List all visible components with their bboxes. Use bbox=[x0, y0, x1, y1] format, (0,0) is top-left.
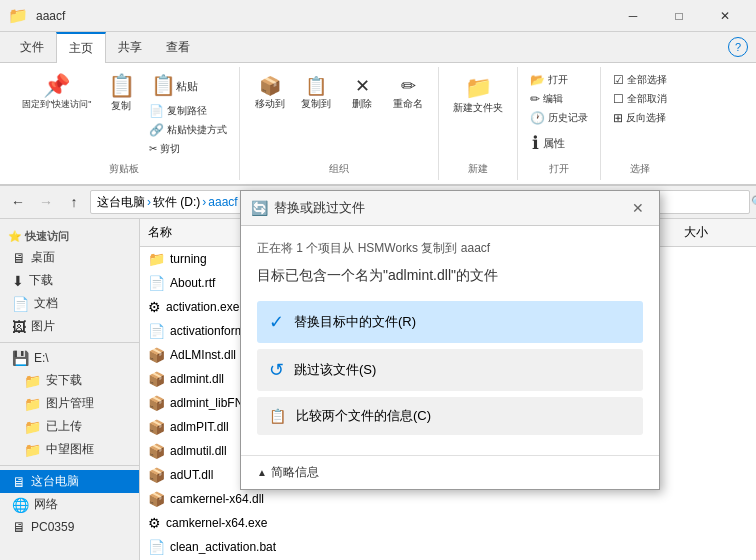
edit-button[interactable]: ✏ 编辑 bbox=[526, 90, 592, 108]
ribbon-group-open: 📂 打开 ✏ 编辑 🕐 历史记录 ℹ 属性 打开 bbox=[518, 67, 601, 180]
cut-button[interactable]: ✂ 剪切 bbox=[145, 140, 231, 158]
file-icon: 📦 bbox=[148, 443, 165, 459]
table-row[interactable]: ⚙ camkernel-x64.exe bbox=[140, 511, 756, 535]
footer-btn-label: 简略信息 bbox=[271, 464, 319, 481]
file-name: adUT.dll bbox=[170, 468, 213, 482]
pc-icon: 🖥 bbox=[12, 519, 26, 535]
table-row[interactable]: 📄 clean_activation.bat bbox=[140, 535, 756, 559]
up-button[interactable]: ↑ bbox=[62, 190, 86, 214]
forward-button[interactable]: → bbox=[34, 190, 58, 214]
history-icon: 🕐 bbox=[530, 111, 545, 125]
window-title: aaacf bbox=[36, 9, 65, 23]
rename-button[interactable]: ✏ 重命名 bbox=[386, 71, 430, 115]
uploaded-label: 已上传 bbox=[46, 418, 82, 435]
search-icon: 🔍 bbox=[751, 195, 756, 209]
invert-select-button[interactable]: ⊞ 反向选择 bbox=[609, 109, 671, 127]
sidebar-item-zhongwang[interactable]: 📁 中望图框 bbox=[0, 438, 139, 461]
copy-to-button[interactable]: 📋 复制到 bbox=[294, 71, 338, 115]
maximize-button[interactable]: □ bbox=[656, 0, 702, 32]
minimize-button[interactable]: ─ bbox=[610, 0, 656, 32]
tab-home[interactable]: 主页 bbox=[56, 32, 106, 63]
sidebar-item-pic-mgmt[interactable]: 📁 图片管理 bbox=[0, 392, 139, 415]
file-name-cell: ⚙ camkernel-x64.exe bbox=[140, 513, 446, 533]
pin-button[interactable]: 📌 固定到"快速访问" bbox=[16, 71, 97, 114]
col-size[interactable]: 大小 bbox=[676, 222, 756, 243]
paste-button[interactable]: 📋 粘贴 bbox=[145, 71, 231, 101]
desktop-label: 桌面 bbox=[31, 249, 55, 266]
copy-path-button[interactable]: 📄 复制路径 bbox=[145, 102, 231, 120]
select-label: 选择 bbox=[630, 158, 650, 176]
help-button[interactable]: ? bbox=[728, 37, 748, 57]
file-size-cell bbox=[676, 513, 756, 533]
open-icon: 📂 bbox=[530, 73, 545, 87]
pin-label: 固定到"快速访问" bbox=[22, 99, 91, 110]
properties-icon: ℹ bbox=[532, 132, 539, 154]
sidebar-item-desktop[interactable]: 🖥 桌面 bbox=[0, 246, 139, 269]
file-date-cell bbox=[446, 489, 576, 509]
select-all-button[interactable]: ☑ 全部选择 bbox=[609, 71, 671, 89]
file-icon: 📦 bbox=[148, 467, 165, 483]
copy-button[interactable]: 📋 复制 bbox=[99, 71, 143, 117]
open-button[interactable]: 📂 打开 bbox=[526, 71, 592, 89]
e-drive-label: E:\ bbox=[34, 351, 49, 365]
file-icon: ⚙ bbox=[148, 299, 161, 315]
sidebar-item-e-drive[interactable]: 💾 E:\ bbox=[0, 347, 139, 369]
file-icon: ⚙ bbox=[148, 515, 161, 531]
dialog-close-button[interactable]: ✕ bbox=[627, 197, 649, 219]
tab-share[interactable]: 共享 bbox=[106, 32, 154, 62]
select-none-icon: ☐ bbox=[613, 92, 624, 106]
paste-shortcut-button[interactable]: 🔗 粘贴快捷方式 bbox=[145, 121, 231, 139]
sidebar-item-downloads[interactable]: ⬇ 下载 bbox=[0, 269, 139, 292]
tab-file[interactable]: 文件 bbox=[8, 32, 56, 62]
file-size-cell bbox=[676, 537, 756, 557]
tab-view[interactable]: 查看 bbox=[154, 32, 202, 62]
replace-dialog[interactable]: 🔄 替换或跳过文件 ✕ 正在将 1 个项目从 HSMWorks 复制到 aaac… bbox=[240, 190, 660, 490]
path-sep-1: › bbox=[202, 195, 206, 209]
ribbon-content: 📌 固定到"快速访问" 📋 复制 📋 粘贴 📄 复制路径 🔗 粘贴快捷方式 bbox=[0, 63, 756, 186]
skip-option[interactable]: ↺ 跳过该文件(S) bbox=[257, 349, 643, 391]
history-button[interactable]: 🕐 历史记录 bbox=[526, 109, 592, 127]
documents-label: 文档 bbox=[34, 295, 58, 312]
path-segment-2: aaacf bbox=[208, 195, 237, 209]
paste-shortcut-icon: 🔗 bbox=[149, 123, 164, 137]
replace-label: 替换目标中的文件(R) bbox=[294, 313, 416, 331]
folder-icon: 📁 bbox=[8, 6, 28, 25]
file-type-cell bbox=[576, 489, 676, 509]
zhongwang-label: 中望图框 bbox=[46, 441, 94, 458]
sidebar-item-an-downloads[interactable]: 📁 安下载 bbox=[0, 369, 139, 392]
path-sep-0: › bbox=[147, 195, 151, 209]
title-bar: 📁 aaacf ─ □ ✕ bbox=[0, 0, 756, 32]
sidebar-item-network[interactable]: 🌐 网络 bbox=[0, 493, 139, 516]
sidebar-item-pictures[interactable]: 🖼 图片 bbox=[0, 315, 139, 338]
select-none-button[interactable]: ☐ 全部取消 bbox=[609, 90, 671, 108]
sidebar-item-uploaded[interactable]: 📁 已上传 bbox=[0, 415, 139, 438]
delete-button[interactable]: ✕ 删除 bbox=[340, 71, 384, 115]
close-button[interactable]: ✕ bbox=[702, 0, 748, 32]
sidebar-item-documents[interactable]: 📄 文档 bbox=[0, 292, 139, 315]
compare-option[interactable]: 📋 比较两个文件的信息(C) bbox=[257, 397, 643, 435]
file-size-cell bbox=[676, 465, 756, 485]
sidebar-divider-2 bbox=[0, 465, 139, 466]
drive-icon: 💾 bbox=[12, 350, 29, 366]
open-col: 📂 打开 ✏ 编辑 🕐 历史记录 ℹ 属性 bbox=[526, 71, 592, 158]
new-folder-button[interactable]: 📁 新建文件夹 bbox=[447, 71, 509, 119]
properties-button[interactable]: ℹ 属性 bbox=[526, 128, 592, 158]
sidebar-item-this-pc[interactable]: 🖥 这台电脑 bbox=[0, 470, 139, 493]
details-toggle-button[interactable]: ▲ 简略信息 bbox=[257, 464, 319, 481]
file-icon: 📁 bbox=[148, 251, 165, 267]
move-to-button[interactable]: 📦 移动到 bbox=[248, 71, 292, 115]
clipboard-buttons: 📌 固定到"快速访问" 📋 复制 📋 粘贴 📄 复制路径 🔗 粘贴快捷方式 bbox=[16, 71, 231, 158]
folder-icon-2: 📁 bbox=[24, 396, 41, 412]
table-row[interactable]: 📦 camkernel-x64.dll bbox=[140, 487, 756, 511]
cut-label: ✂ 剪切 bbox=[149, 142, 180, 156]
file-type-cell bbox=[576, 513, 676, 533]
replace-option[interactable]: ✓ 替换目标中的文件(R) bbox=[257, 301, 643, 343]
new-label: 新建 bbox=[468, 158, 488, 176]
downloads-label: 下载 bbox=[29, 272, 53, 289]
sidebar-item-pc[interactable]: 🖥 PC0359 bbox=[0, 516, 139, 538]
file-size-cell bbox=[676, 393, 756, 413]
file-size-cell bbox=[676, 489, 756, 509]
back-button[interactable]: ← bbox=[6, 190, 30, 214]
file-name: About.rtf bbox=[170, 276, 215, 290]
file-size-cell bbox=[676, 321, 756, 341]
